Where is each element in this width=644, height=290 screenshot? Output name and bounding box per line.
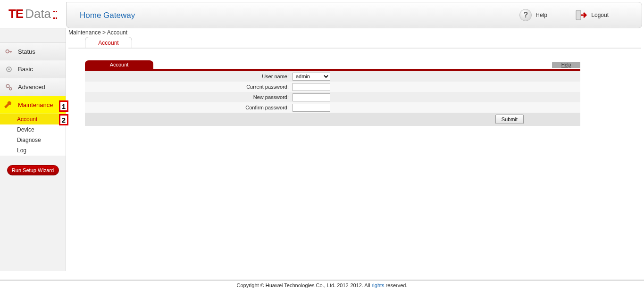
subnav-item-account[interactable]: Account bbox=[0, 114, 66, 124]
label-new-password: New password: bbox=[85, 94, 293, 100]
nav-label-advanced: Advanced bbox=[18, 83, 45, 91]
logout-icon bbox=[575, 9, 587, 21]
help-label: Help bbox=[535, 12, 547, 18]
new-password-input[interactable] bbox=[293, 93, 330, 101]
subnav: Account Device Diagnose Log bbox=[0, 114, 66, 156]
gear-icon bbox=[4, 64, 14, 75]
svg-point-2 bbox=[8, 68, 9, 70]
logo: TE Data bbox=[0, 0, 66, 28]
footer-text-post: reserved. bbox=[385, 282, 408, 288]
label-confirm-password: Confirm password: bbox=[85, 105, 293, 110]
callout-1: 1 bbox=[59, 100, 68, 112]
nav: Status Basic Advanced Maintenance bbox=[0, 42, 66, 175]
nav-label-maintenance: Maintenance bbox=[18, 101, 53, 108]
account-form: User name: admin Current password: New p… bbox=[85, 71, 580, 113]
username-select[interactable]: admin bbox=[293, 73, 330, 81]
run-setup-wizard-button[interactable]: Run Setup Wizard bbox=[7, 165, 59, 175]
subnav-item-device[interactable]: Device bbox=[0, 124, 66, 135]
nav-item-maintenance[interactable]: Maintenance bbox=[0, 96, 66, 114]
nav-item-advanced[interactable]: Advanced bbox=[0, 78, 66, 96]
callout-2: 2 bbox=[59, 114, 68, 125]
label-current-password: Current password: bbox=[85, 84, 293, 90]
subnav-item-log[interactable]: Log bbox=[0, 145, 66, 156]
logout-button[interactable]: Logout bbox=[575, 9, 609, 21]
nav-label-status: Status bbox=[18, 48, 35, 55]
wrench-icon bbox=[4, 100, 14, 110]
header: Home Gateway ? Help Logout bbox=[66, 2, 642, 28]
confirm-password-input[interactable] bbox=[293, 104, 330, 112]
footer-rights-link[interactable]: rights bbox=[372, 282, 385, 288]
nav-label-basic: Basic bbox=[18, 66, 33, 73]
subnav-item-diagnose[interactable]: Diagnose bbox=[0, 135, 66, 145]
nav-item-status[interactable]: Status bbox=[0, 42, 66, 60]
submit-button[interactable]: Submit bbox=[495, 115, 524, 124]
svg-point-4 bbox=[9, 87, 12, 90]
help-icon: ? bbox=[519, 9, 532, 21]
tab-account[interactable]: Account bbox=[85, 37, 132, 48]
nav-item-basic[interactable]: Basic bbox=[0, 60, 66, 78]
panel-help-link[interactable]: Help bbox=[552, 62, 580, 68]
footer: Copyright © Huawei Technologies Co., Ltd… bbox=[0, 280, 644, 290]
svg-point-0 bbox=[6, 50, 9, 53]
logo-data: Data bbox=[25, 7, 51, 21]
logout-label: Logout bbox=[591, 12, 609, 18]
page-title: Home Gateway bbox=[80, 11, 135, 20]
current-password-input[interactable] bbox=[293, 83, 330, 91]
breadcrumb: Maintenance > Account bbox=[68, 29, 127, 36]
key-icon bbox=[4, 46, 14, 57]
tab-underline bbox=[68, 48, 641, 49]
submit-row: Submit bbox=[85, 113, 580, 126]
panel-title: Account bbox=[85, 60, 153, 69]
account-panel: Account Help User name: admin Current pa… bbox=[85, 60, 580, 126]
svg-point-3 bbox=[6, 84, 9, 88]
label-username: User name: bbox=[85, 74, 293, 79]
logo-te: TE bbox=[8, 7, 23, 21]
footer-text-pre: Copyright © Huawei Technologies Co., Ltd… bbox=[237, 282, 372, 288]
gears-icon bbox=[4, 82, 14, 92]
svg-rect-5 bbox=[576, 10, 581, 20]
help-button[interactable]: ? Help bbox=[519, 9, 547, 21]
logo-dots-icon bbox=[53, 8, 58, 21]
sidebar: TE Data Status Basic bbox=[0, 0, 66, 271]
